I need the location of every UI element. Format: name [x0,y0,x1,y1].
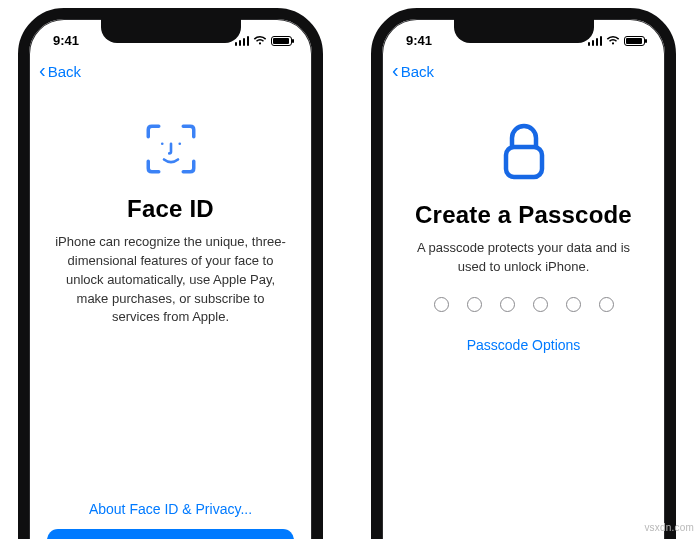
svg-point-0 [160,142,163,145]
wifi-icon [253,35,267,46]
faceid-content: Face ID iPhone can recognize the unique,… [29,85,312,327]
passcode-title: Create a Passcode [404,201,643,229]
nav-bar: ‹ Back [29,53,312,85]
status-time: 9:41 [53,33,79,48]
chevron-left-icon: ‹ [392,60,399,80]
faceid-icon [143,121,199,177]
battery-icon [624,36,645,46]
phone-passcode: 9:41 ‹ Back Create a Passcode A passcode [371,8,676,539]
passcode-input[interactable] [404,297,643,312]
passcode-options-link[interactable]: Passcode Options [467,337,581,353]
passcode-dot [434,297,449,312]
passcode-dot [566,297,581,312]
back-button[interactable]: ‹ Back [39,62,81,80]
lock-icon [499,121,549,183]
status-time: 9:41 [406,33,432,48]
faceid-description: iPhone can recognize the unique, three-d… [51,233,290,327]
back-label: Back [48,63,81,80]
continue-button[interactable]: Continue [47,529,294,539]
phone-faceid: 9:41 ‹ Back [18,8,323,539]
passcode-dot [599,297,614,312]
notch [101,19,241,43]
wifi-icon [606,35,620,46]
passcode-dot [533,297,548,312]
faceid-actions: About Face ID & Privacy... Continue Set … [29,501,312,539]
chevron-left-icon: ‹ [39,60,46,80]
passcode-description: A passcode protects your data and is use… [404,239,643,277]
passcode-dot [500,297,515,312]
passcode-dot [467,297,482,312]
status-indicators [235,35,293,46]
faceid-title: Face ID [51,195,290,223]
passcode-content: Create a Passcode A passcode protects yo… [382,85,665,354]
back-button[interactable]: ‹ Back [392,62,434,80]
notch [454,19,594,43]
svg-point-1 [178,142,181,145]
watermark: vsxdn.com [644,522,694,533]
back-label: Back [401,63,434,80]
about-faceid-link[interactable]: About Face ID & Privacy... [89,501,252,517]
battery-icon [271,36,292,46]
nav-bar: ‹ Back [382,53,665,85]
svg-rect-2 [506,147,542,177]
status-indicators [588,35,646,46]
